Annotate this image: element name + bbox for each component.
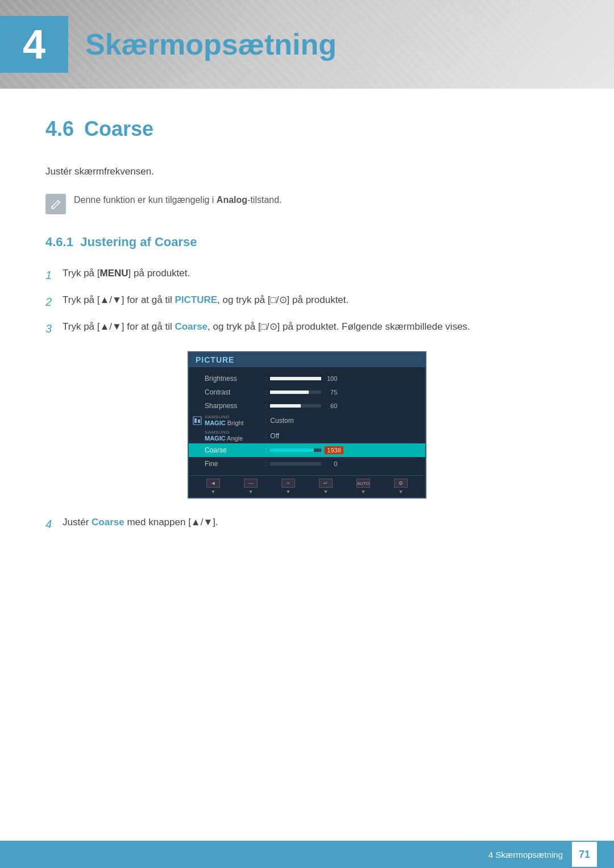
osd-row-contrast: Contrast : 75 — [189, 385, 425, 399]
pencil-icon — [50, 198, 61, 210]
step4-list: 4 Justér Coarse med knappen [▲/▼]. — [45, 514, 569, 533]
osd-footer: ◄ ▼ — ▼ + ▼ ↵ ▼ AUTO ▼ ⚙ ▼ — [189, 475, 425, 497]
svg-rect-2 — [198, 420, 200, 423]
step-4: 4 Justér Coarse med knappen [▲/▼]. — [45, 514, 569, 533]
note-box: Denne funktion er kun tilgængelig i Anal… — [45, 193, 569, 214]
osd-row-magic-bright: SAMSUNG MAGIC Bright : Custom — [189, 413, 425, 428]
footer-chapter-ref: 4 Skærmopsætning — [488, 850, 563, 859]
osd-footer-btn-settings: ⚙ ▼ — [394, 479, 408, 495]
step-2: 2 Tryk på [▲/▼] for at gå til PICTURE, o… — [45, 292, 569, 311]
osd-row-brightness: Brightness : 100 — [189, 372, 425, 385]
osd-row-coarse: Coarse : 1938 — [189, 443, 425, 457]
osd-row-magic-angle: SAMSUNG MAGIC Angle : Off — [189, 428, 425, 443]
osd-footer-btn-auto: AUTO ▼ — [356, 479, 370, 495]
osd-row-fine: Fine : 0 — [189, 457, 425, 471]
section-title: 4.6Coarse — [45, 117, 569, 141]
osd-footer-btn-enter: ↵ ▼ — [319, 479, 333, 495]
subsection-title: 4.6.1 Justering af Coarse — [45, 235, 569, 250]
step-1: 1 Tryk på [MENU] på produktet. — [45, 265, 569, 284]
steps-list: 1 Tryk på [MENU] på produktet. 2 Tryk på… — [45, 265, 569, 338]
chapter-header: 4 Skærmopsætning — [0, 0, 614, 89]
osd-footer-btn-plus: + ▼ — [281, 479, 295, 495]
osd-row-sharpness: Sharpness : 60 — [189, 399, 425, 413]
osd-header: PICTURE — [189, 352, 425, 367]
osd-footer-btn-minus: — ▼ — [244, 479, 258, 495]
footer-page-number: 71 — [572, 842, 597, 867]
magic-bright-icon — [192, 416, 202, 426]
chapter-number: 4 — [0, 16, 68, 73]
page-footer: 4 Skærmopsætning 71 — [0, 841, 614, 868]
intro-text: Justér skærmfrekvensen. — [45, 164, 569, 179]
svg-rect-1 — [194, 418, 197, 423]
note-text: Denne funktion er kun tilgængelig i Anal… — [74, 193, 282, 207]
note-icon — [45, 194, 66, 214]
osd-screenshot: PICTURE Brightness : 100 Contrast : 75 — [188, 351, 426, 499]
step-3: 3 Tryk på [▲/▼] for at gå til Coarse, og… — [45, 319, 569, 338]
main-content: 4.6Coarse Justér skærmfrekvensen. Denne … — [0, 117, 614, 533]
chapter-title: Skærmopsætning — [85, 27, 337, 61]
osd-body: Brightness : 100 Contrast : 75 Sharpness — [189, 367, 425, 475]
osd-footer-btn-back: ◄ ▼ — [206, 479, 220, 495]
